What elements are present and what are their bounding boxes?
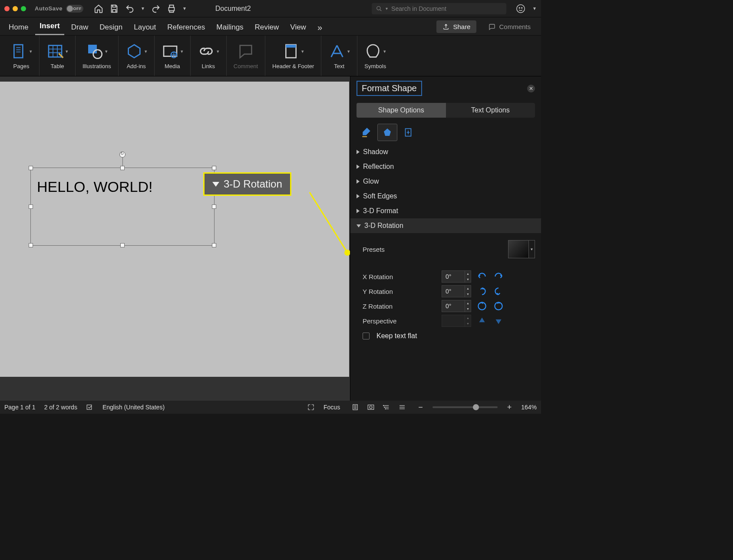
x-rotation-input[interactable]: 0°▲▼ [442, 270, 471, 283]
group-table[interactable]: ▾ Table [40, 36, 76, 76]
zoom-slider[interactable] [433, 406, 498, 408]
autosave-toggle[interactable]: AutoSave OFF [35, 5, 83, 13]
effects-tab[interactable] [377, 124, 397, 141]
tab-view[interactable]: View [286, 20, 310, 35]
redo-icon[interactable] [151, 4, 161, 13]
fill-line-tab[interactable] [357, 124, 376, 141]
rotation-preset-button[interactable] [508, 240, 529, 258]
zoom-level[interactable]: 164% [521, 404, 537, 411]
size-properties-tab[interactable] [398, 124, 418, 141]
tab-review[interactable]: Review [251, 20, 284, 35]
section-3d-format[interactable]: 3-D Format [350, 204, 541, 218]
comments-button[interactable]: Comments [482, 20, 537, 33]
tab-references[interactable]: References [163, 20, 209, 35]
group-media[interactable]: ▾ Media [155, 36, 191, 76]
home-icon[interactable] [94, 4, 103, 13]
symbols-icon [364, 43, 382, 60]
print-layout-view[interactable] [349, 402, 362, 412]
section-glow[interactable]: Glow [350, 174, 541, 189]
rotation-preset-dropdown[interactable]: ▼ [529, 240, 535, 258]
ribbon: ▾ Pages ▾ Table ▾ Illustrations ▾ Add-in… [0, 36, 541, 76]
zoom-out-button[interactable]: − [417, 403, 424, 412]
tab-design[interactable]: Design [95, 20, 127, 35]
word-count[interactable]: 2 of 2 words [44, 404, 77, 411]
account-icon[interactable] [516, 4, 525, 13]
outline-view[interactable] [380, 402, 393, 412]
section-shadow[interactable]: Shadow [350, 145, 541, 159]
z-rotation-input[interactable]: 0°▲▼ [442, 300, 471, 312]
undo-dropdown[interactable]: ▼ [141, 6, 145, 11]
group-text[interactable]: ▾ Text [321, 36, 357, 76]
presets-label: Presets [363, 246, 436, 253]
svg-point-20 [478, 302, 485, 310]
draft-view[interactable] [396, 402, 409, 412]
tab-text-options[interactable]: Text Options [446, 103, 535, 118]
tab-mailings[interactable]: Mailings [212, 20, 248, 35]
share-button[interactable]: Share [436, 20, 476, 33]
zoom-slider-thumb[interactable] [473, 404, 479, 410]
y-rotation-input[interactable]: 0°▲▼ [442, 285, 471, 297]
y-rot-up[interactable]: ▲ [465, 286, 471, 291]
z-rot-up[interactable]: ▲ [465, 300, 471, 306]
x-rot-down[interactable]: ▼ [465, 277, 471, 282]
web-layout-view[interactable] [364, 402, 377, 412]
persp-up[interactable]: ▲ [465, 315, 471, 321]
svg-point-33 [384, 407, 385, 408]
format-shape-pane: Format Shape ✕ Shape Options Text Option… [350, 76, 541, 401]
undo-icon[interactable] [125, 4, 135, 13]
account-dropdown[interactable]: ▼ [532, 6, 537, 11]
window-controls [4, 6, 26, 11]
save-icon[interactable] [109, 4, 119, 13]
tab-draw[interactable]: Draw [67, 20, 93, 35]
group-links[interactable]: ▾ Links [191, 36, 227, 76]
close-window-button[interactable] [4, 6, 10, 11]
perspective-down-icon[interactable] [493, 315, 504, 326]
z-rot-down[interactable]: ▼ [465, 306, 471, 312]
section-reflection[interactable]: Reflection [350, 159, 541, 174]
rotate-x-right-icon[interactable] [493, 271, 504, 282]
spellcheck-icon[interactable] [86, 403, 94, 411]
svg-rect-22 [87, 405, 92, 410]
tab-shape-options[interactable]: Shape Options [357, 103, 446, 118]
autosave-switch[interactable]: OFF [66, 5, 83, 13]
tab-overflow[interactable]: » [313, 19, 327, 35]
document-canvas[interactable]: HELLO, WORLD! 3-D Rotation [0, 76, 350, 401]
section-soft-edges[interactable]: Soft Edges [350, 189, 541, 204]
rotate-y-right-icon[interactable] [493, 286, 504, 297]
perspective-up-icon[interactable] [476, 315, 488, 326]
language-indicator[interactable]: English (United States) [102, 404, 165, 411]
zoom-in-button[interactable]: + [506, 403, 513, 412]
focus-label[interactable]: Focus [324, 404, 340, 411]
status-bar: Page 1 of 1 2 of 2 words English (United… [0, 401, 541, 414]
close-pane-button[interactable]: ✕ [527, 85, 535, 92]
minimize-window-button[interactable] [13, 6, 18, 11]
qat-customize-dropdown[interactable]: ▼ [182, 6, 187, 11]
section-3d-rotation[interactable]: 3-D Rotation [350, 218, 541, 233]
rotate-z-ccw-icon[interactable] [476, 300, 488, 312]
group-illustrations[interactable]: ▾ Illustrations [76, 36, 119, 76]
svg-marker-18 [384, 128, 391, 136]
x-rot-up[interactable]: ▲ [465, 271, 471, 277]
fullscreen-window-button[interactable] [21, 6, 26, 11]
y-rot-down[interactable]: ▼ [465, 291, 471, 297]
group-header-footer[interactable]: ▾ Header & Footer [265, 36, 321, 76]
page-indicator[interactable]: Page 1 of 1 [4, 404, 36, 411]
svg-point-11 [93, 50, 102, 59]
comments-label: Comments [499, 23, 531, 30]
group-symbols[interactable]: ▾ Symbols [357, 36, 393, 76]
group-addins[interactable]: ▾ Add-ins [119, 36, 155, 76]
persp-down[interactable]: ▼ [465, 321, 471, 326]
focus-mode-icon[interactable] [307, 403, 315, 411]
tab-layout[interactable]: Layout [129, 20, 160, 35]
print-icon[interactable] [167, 4, 176, 13]
rotate-x-left-icon[interactable] [476, 271, 488, 282]
keep-text-flat-checkbox[interactable] [363, 333, 370, 339]
search-input[interactable]: ▾ Search in Document [372, 3, 506, 14]
group-text-label: Text [334, 63, 344, 69]
rotate-z-cw-icon[interactable] [493, 300, 504, 312]
tab-insert[interactable]: Insert [35, 18, 64, 35]
tab-home[interactable]: Home [4, 20, 33, 35]
perspective-input[interactable]: ▲▼ [442, 315, 471, 327]
group-pages[interactable]: ▾ Pages [3, 36, 40, 76]
rotate-y-left-icon[interactable] [476, 286, 488, 297]
